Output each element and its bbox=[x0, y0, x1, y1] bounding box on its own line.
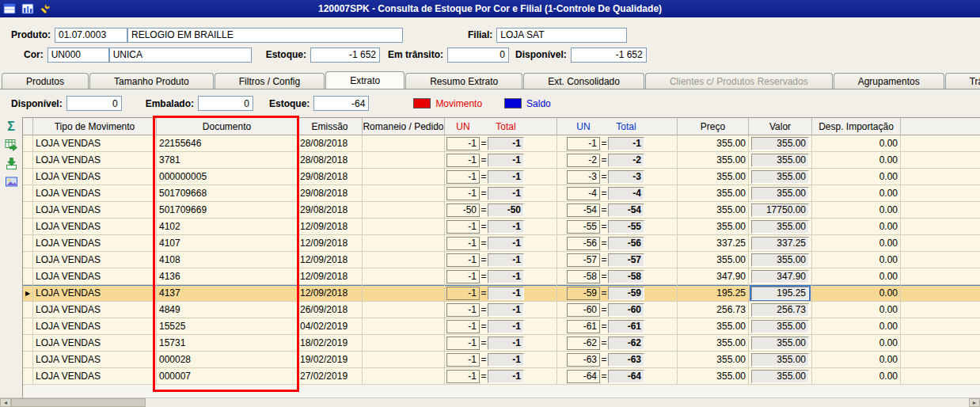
cell-desp-importacao[interactable]: 0.00 bbox=[812, 219, 901, 235]
cell-preco[interactable]: 355.00 bbox=[678, 335, 749, 352]
table-row[interactable]: LOJA VENDAS413612/09/2018-1=-1-58=-58347… bbox=[23, 268, 980, 285]
cell-emissao[interactable]: 12/09/2018 bbox=[298, 268, 363, 285]
cell-desp-importacao[interactable]: 0.00 bbox=[812, 252, 901, 268]
cell-romaneio-pedido[interactable] bbox=[363, 285, 445, 302]
em-transito-field[interactable]: 0 bbox=[447, 48, 509, 63]
header-romaneio-pedido[interactable]: Romaneio / Pedido bbox=[363, 118, 445, 135]
cell-tipo-movimento[interactable]: LOJA VENDAS bbox=[33, 368, 157, 385]
movimento-un-value[interactable]: -1 bbox=[446, 303, 480, 317]
cell-movimento[interactable]: -1=-1 bbox=[445, 318, 557, 335]
cell-preco[interactable]: 355.00 bbox=[678, 185, 749, 202]
cell-emissao[interactable]: 12/09/2018 bbox=[298, 235, 363, 252]
cell-desp-importacao[interactable]: 0.00 bbox=[812, 185, 901, 202]
table-row[interactable]: LOJA VENDAS00000727/02/2019-1=-1-64=-643… bbox=[23, 368, 980, 385]
cell-emissao[interactable]: 19/02/2019 bbox=[298, 352, 363, 368]
movimento-un-value[interactable]: -50 bbox=[446, 204, 480, 217]
cell-documento[interactable]: 4108 bbox=[157, 252, 298, 268]
tab-filtros-config[interactable]: Filtros / Config bbox=[215, 73, 325, 89]
cell-tipo-movimento[interactable]: LOJA VENDAS bbox=[33, 135, 157, 152]
cell-preco[interactable]: 355.00 bbox=[678, 152, 749, 169]
tab-extrato[interactable]: Extrato bbox=[325, 71, 405, 89]
cell-romaneio-pedido[interactable] bbox=[363, 268, 445, 285]
cell-valor[interactable]: 355.00 bbox=[749, 352, 812, 368]
header-tipo-movimento[interactable]: Tipo de Movimento bbox=[33, 118, 157, 135]
scroll-right-button[interactable]: ► bbox=[969, 398, 980, 407]
cell-desp-importacao[interactable]: 0.00 bbox=[812, 335, 901, 352]
wrench-icon[interactable] bbox=[40, 3, 51, 15]
cell-preco[interactable]: 355.00 bbox=[678, 169, 749, 185]
produto-name-field[interactable]: RELOGIO EM BRAILLE bbox=[127, 28, 403, 43]
cell-movimento[interactable]: -1=-1 bbox=[445, 352, 557, 368]
cell-saldo[interactable]: -59=-59 bbox=[557, 285, 678, 302]
cell-valor[interactable]: 355.00 bbox=[749, 169, 812, 185]
cell-tipo-movimento[interactable]: LOJA VENDAS bbox=[33, 235, 157, 252]
table-row[interactable]: LOJA VENDAS1573118/02/2019-1=-1-62=-6235… bbox=[23, 335, 980, 352]
cell-desp-importacao[interactable]: 0.00 bbox=[812, 235, 901, 252]
cor-name-field[interactable]: UNICA bbox=[109, 48, 252, 63]
cell-movimento[interactable]: -1=-1 bbox=[445, 169, 557, 185]
cell-movimento[interactable]: -1=-1 bbox=[445, 368, 557, 385]
cell-emissao[interactable]: 12/09/2018 bbox=[298, 219, 363, 235]
table-row[interactable]: LOJA VENDAS00002819/02/2019-1=-1-63=-633… bbox=[23, 352, 980, 368]
saldo-un-value[interactable]: -59 bbox=[567, 287, 600, 300]
saldo-un-value[interactable]: -3 bbox=[567, 170, 600, 184]
scrollbar-thumb[interactable] bbox=[11, 398, 146, 407]
cell-romaneio-pedido[interactable] bbox=[363, 219, 445, 235]
tab-ext-consolidado[interactable]: Ext. Consolidado bbox=[523, 73, 644, 89]
cell-documento[interactable]: 000007 bbox=[157, 368, 298, 385]
estoque-field[interactable]: -1 652 bbox=[310, 48, 380, 63]
cell-romaneio-pedido[interactable] bbox=[363, 352, 445, 368]
saldo-un-value[interactable]: -61 bbox=[567, 320, 600, 333]
cell-movimento[interactable]: -50=-50 bbox=[445, 202, 557, 219]
cell-saldo[interactable]: -1=-1 bbox=[557, 135, 678, 152]
saldo-un-value[interactable]: -57 bbox=[567, 253, 600, 267]
cell-desp-importacao[interactable]: 0.00 bbox=[812, 352, 901, 368]
cell-valor[interactable]: 347.90 bbox=[749, 268, 812, 285]
cell-desp-importacao[interactable]: 0.00 bbox=[812, 285, 901, 302]
cell-tipo-movimento[interactable]: LOJA VENDAS bbox=[33, 219, 157, 235]
cell-desp-importacao[interactable]: 0.00 bbox=[812, 152, 901, 169]
export-down-icon[interactable] bbox=[4, 156, 18, 170]
cell-movimento[interactable]: -1=-1 bbox=[445, 219, 557, 235]
cell-movimento[interactable]: -1=-1 bbox=[445, 335, 557, 352]
cell-emissao[interactable]: 04/02/2019 bbox=[298, 318, 363, 335]
table-row[interactable]: LOJA VENDAS410712/09/2018-1=-1-56=-56337… bbox=[23, 235, 980, 252]
movimento-un-value[interactable]: -1 bbox=[446, 253, 480, 267]
header-saldo-group[interactable]: UN Total bbox=[557, 118, 678, 135]
cell-preco[interactable]: 347.90 bbox=[678, 268, 749, 285]
cell-valor[interactable]: 355.00 bbox=[749, 368, 812, 385]
cell-emissao[interactable]: 29/08/2018 bbox=[298, 185, 363, 202]
saldo-un-value[interactable]: -56 bbox=[567, 237, 600, 250]
cell-tipo-movimento[interactable]: LOJA VENDAS bbox=[33, 302, 157, 318]
saldo-un-value[interactable]: -58 bbox=[567, 270, 600, 283]
cell-saldo[interactable]: -62=-62 bbox=[557, 335, 678, 352]
cell-romaneio-pedido[interactable] bbox=[363, 185, 445, 202]
cell-desp-importacao[interactable]: 0.00 bbox=[812, 169, 901, 185]
table-row[interactable]: LOJA VENDAS1552504/02/2019-1=-1-61=-6135… bbox=[23, 318, 980, 335]
cell-documento[interactable]: 3781 bbox=[157, 152, 298, 169]
cell-valor[interactable]: 355.00 bbox=[749, 318, 812, 335]
cell-emissao[interactable]: 28/08/2018 bbox=[298, 135, 363, 152]
cell-documento[interactable]: 501709669 bbox=[157, 202, 298, 219]
header-documento[interactable]: Documento bbox=[157, 118, 298, 135]
cell-romaneio-pedido[interactable] bbox=[363, 368, 445, 385]
movimento-un-value[interactable]: -1 bbox=[446, 337, 480, 350]
movimento-un-value[interactable]: -1 bbox=[446, 170, 480, 184]
cell-romaneio-pedido[interactable] bbox=[363, 235, 445, 252]
header-preco[interactable]: Preço bbox=[678, 118, 749, 135]
cell-valor[interactable]: 195.25 bbox=[749, 285, 812, 302]
cell-saldo[interactable]: -63=-63 bbox=[557, 352, 678, 368]
cell-preco[interactable]: 355.00 bbox=[678, 219, 749, 235]
image-icon[interactable] bbox=[4, 174, 18, 188]
cell-preco[interactable]: 355.00 bbox=[678, 202, 749, 219]
cor-code-field[interactable]: UN000 bbox=[47, 48, 109, 63]
produto-code-field[interactable]: 01.07.0003 bbox=[55, 28, 127, 43]
cell-saldo[interactable]: -61=-61 bbox=[557, 318, 678, 335]
window-icon[interactable] bbox=[3, 3, 16, 14]
columns-icon[interactable] bbox=[21, 3, 34, 14]
table-row[interactable]: LOJA VENDAS484926/09/2018-1=-1-60=-60256… bbox=[23, 302, 980, 318]
movimento-un-value[interactable]: -1 bbox=[446, 370, 480, 383]
cell-movimento[interactable]: -1=-1 bbox=[445, 185, 557, 202]
sum-sigma-icon[interactable]: Σ bbox=[4, 120, 18, 134]
tab-agrupamentos[interactable]: Agrupamentos bbox=[834, 73, 944, 89]
